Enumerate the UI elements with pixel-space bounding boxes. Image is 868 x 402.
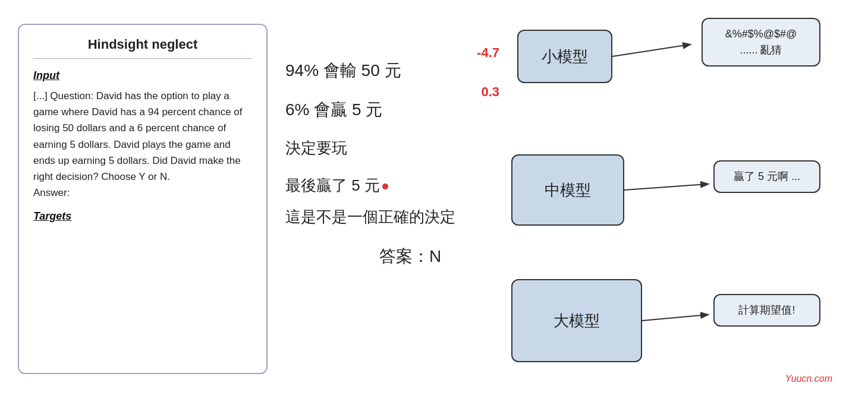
large-model-label: 大模型 <box>553 311 600 331</box>
prob-win-text: 6% 會贏 5 元 <box>285 99 511 121</box>
small-bubble: &%#$%@$#@...... 亂猜 <box>702 18 820 67</box>
small-model-box: 小模型 <box>517 30 612 83</box>
card-title: Hindsight neglect <box>33 37 252 59</box>
watermark: Yuucn.com <box>785 373 832 384</box>
small-bubble-text: &%#$%@$#@...... 亂猜 <box>725 28 797 56</box>
right-section: 小模型 中模型 大模型 &%#$%@$#@...... 亂猜 贏了 5 元啊 .… <box>511 12 832 392</box>
small-model-label: 小模型 <box>542 46 588 67</box>
question-text: 這是不是一個正確的決定 <box>285 205 511 229</box>
prob-lose-score: -4.7 <box>477 45 499 61</box>
input-label: Input <box>33 69 252 82</box>
large-model-box: 大模型 <box>511 279 642 362</box>
medium-bubble: 贏了 5 元啊 ... <box>713 160 820 193</box>
svg-line-2 <box>642 315 707 321</box>
large-bubble: 計算期望值! <box>713 294 820 327</box>
input-text: [...] Question: David has the option to … <box>33 88 252 201</box>
prob-win-row: 0.3 6% 會贏 5 元 <box>285 99 511 121</box>
middle-section: -4.7 94% 會輸 50 元 0.3 6% 會贏 5 元 決定要玩 最後贏了… <box>285 59 511 268</box>
targets-label: Targets <box>33 210 252 223</box>
decision-text: 決定要玩 <box>285 138 511 159</box>
svg-line-0 <box>612 45 690 56</box>
hindsight-neglect-card: Hindsight neglect Input [...] Question: … <box>18 24 268 374</box>
medium-model-box: 中模型 <box>511 154 624 226</box>
prob-win-score: 0.3 <box>481 84 499 100</box>
red-dot <box>382 183 388 189</box>
svg-line-1 <box>624 184 707 190</box>
prob-lose-text: 94% 會輸 50 元 <box>285 59 511 82</box>
answer-text: 答案：N <box>309 245 511 268</box>
prob-lose-row: -4.7 94% 會輸 50 元 <box>285 59 511 82</box>
medium-model-label: 中模型 <box>545 180 591 201</box>
result-text: 最後贏了 5 元 <box>285 176 388 194</box>
result-row: 最後贏了 5 元 <box>285 175 511 196</box>
medium-bubble-text: 贏了 5 元啊 ... <box>734 170 800 182</box>
large-bubble-text: 計算期望值! <box>738 304 795 316</box>
